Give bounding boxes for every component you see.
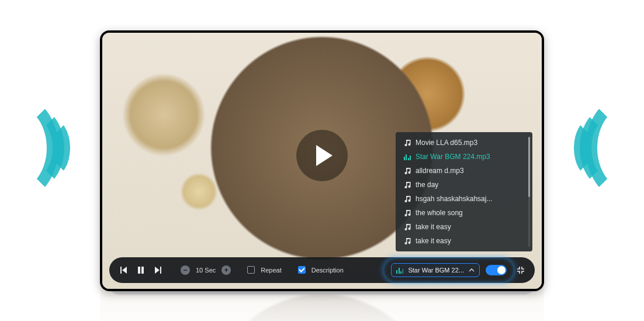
playlist-item[interactable]: alldream d.mp3	[396, 164, 532, 178]
playlist-item[interactable]: take it easy	[396, 220, 532, 234]
play-icon	[316, 145, 333, 166]
playlist-scrollbar[interactable]	[528, 137, 530, 247]
seek-decrease-button[interactable]: −	[181, 265, 190, 275]
tablet-frame: Movie LLA d65.mp3Star War BGM 224.mp3all…	[100, 30, 544, 291]
description-checkbox[interactable]	[298, 266, 306, 274]
playlist-item-label: the day	[416, 181, 438, 189]
music-note-icon	[404, 167, 411, 174]
playlist-item[interactable]: Star War BGM 224.mp3	[396, 150, 532, 164]
playlist-item[interactable]: hsgah shaskahskahsaj...	[396, 192, 532, 206]
minimize-icon	[516, 265, 525, 275]
playlist-item[interactable]: Movie LLA d65.mp3	[396, 136, 532, 150]
skip-next-icon	[154, 265, 163, 275]
playlist-item-label: take it easy	[416, 223, 451, 231]
svg-rect-0	[138, 267, 140, 274]
control-bar: − 10 Sec + Repeat Description Star War B…	[109, 257, 535, 283]
video-screen: Movie LLA d65.mp3Star War BGM 224.mp3all…	[102, 33, 542, 289]
music-note-icon	[404, 223, 411, 230]
exit-fullscreen-button[interactable]	[515, 264, 527, 276]
playlist-item-label: Movie LLA d65.mp3	[416, 139, 477, 147]
music-note-icon	[404, 139, 411, 146]
previous-button[interactable]	[117, 264, 129, 276]
seek-step-label: 10 Sec	[196, 267, 216, 274]
playlist-item-label: take it easy	[416, 237, 451, 245]
music-note-icon	[404, 209, 411, 216]
playlist-item-label: hsgah shaskahskahsaj...	[416, 195, 492, 203]
playlist-item-label: alldream d.mp3	[416, 167, 464, 175]
repeat-label: Repeat	[261, 267, 281, 274]
equalizer-icon	[404, 153, 411, 160]
music-note-icon	[404, 237, 411, 244]
seek-increase-button[interactable]: +	[221, 265, 231, 275]
sound-wave-left	[0, 84, 94, 212]
next-button[interactable]	[153, 264, 164, 276]
chevron-up-icon	[469, 267, 475, 273]
playlist-item-label: Star War BGM 224.mp3	[416, 153, 490, 161]
pause-button[interactable]	[135, 264, 147, 276]
skip-previous-icon	[119, 265, 128, 275]
playlist-item[interactable]: the day	[396, 178, 532, 192]
music-note-icon	[404, 181, 411, 188]
current-track-dropdown[interactable]: Star War BGM 22...	[391, 263, 480, 277]
repeat-checkbox[interactable]	[247, 266, 255, 274]
current-track-area: Star War BGM 22...	[389, 262, 509, 278]
equalizer-icon	[396, 267, 403, 274]
play-button[interactable]	[296, 130, 348, 181]
playlist-item[interactable]: the whole song	[396, 206, 532, 220]
music-note-icon	[404, 195, 411, 202]
pause-icon	[136, 265, 146, 275]
svg-rect-1	[141, 267, 144, 274]
sound-wave-right	[550, 84, 644, 212]
music-toggle[interactable]	[486, 265, 507, 275]
current-track-label: Star War BGM 22...	[408, 267, 464, 274]
playlist-popup: Movie LLA d65.mp3Star War BGM 224.mp3all…	[396, 132, 532, 251]
playlist-item-label: the whole song	[416, 209, 463, 217]
description-label: Description	[311, 267, 344, 274]
playlist-item[interactable]: take it easy	[396, 234, 532, 248]
